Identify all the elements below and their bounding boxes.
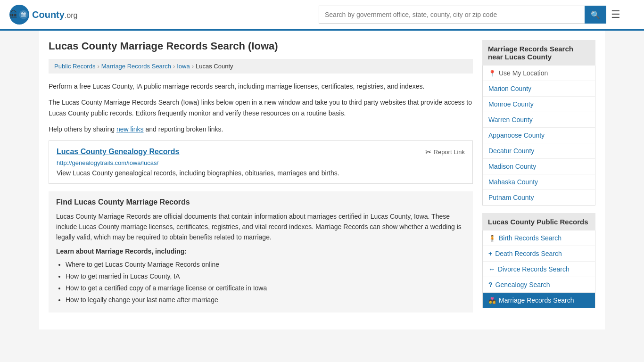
nearby-county-label-0: Marion County — [488, 85, 531, 92]
record-title[interactable]: Lucas County Genealogy Records — [57, 148, 180, 156]
report-link-label: Report Link — [434, 148, 465, 156]
nearby-county-link-6[interactable]: Mahaska County — [488, 178, 589, 186]
pin-icon — [488, 69, 496, 77]
svg-text:🏛: 🏛 — [21, 11, 26, 18]
record-url[interactable]: http://genealogytrails.com/iowa/lucas/ — [57, 159, 465, 166]
breadcrumb-iowa[interactable]: Iowa — [177, 63, 190, 70]
learn-item-4: How to legally change your last name aft… — [66, 294, 465, 306]
breadcrumb: Public Records › Marriage Records Search… — [49, 59, 473, 74]
public-record-3[interactable]: Genealogy Search — [483, 277, 595, 293]
page-title: Lucas County Marriage Records Search (Io… — [49, 40, 473, 52]
nearby-county-label-4: Decatur County — [488, 147, 534, 155]
public-record-link-0[interactable]: Birth Records Search — [488, 234, 589, 242]
divorce-icon — [488, 265, 495, 273]
find-para: Lucas County Marriage Records are offici… — [56, 211, 465, 243]
sidebar: Marriage Records Search near Lucas Count… — [482, 40, 595, 320]
new-links-link[interactable]: new links — [116, 125, 144, 133]
nearby-county-link-1[interactable]: Monroe County — [488, 100, 589, 108]
public-record-4[interactable]: 💑 Marriage Records Search — [483, 293, 595, 308]
learn-heading: Learn about Marriage Records, including: — [56, 247, 465, 255]
public-record-label-0: Birth Records Search — [499, 234, 561, 242]
genealogy-icon — [488, 281, 493, 288]
scissors-icon: ✂ — [425, 148, 431, 156]
nearby-county-3[interactable]: Appanoose County — [483, 128, 595, 143]
use-location-label: Use My Location — [499, 69, 548, 77]
nearby-list: Use My Location Marion County Monroe Cou… — [482, 66, 595, 206]
nearby-county-link-4[interactable]: Decatur County — [488, 147, 589, 155]
search-button[interactable]: 🔍 — [585, 6, 606, 24]
marriage-icon: 💑 — [488, 297, 496, 304]
nearby-section: Marriage Records Search near Lucas Count… — [482, 40, 595, 206]
content-wrapper: Lucas County Marriage Records Search (Io… — [39, 31, 605, 329]
breadcrumb-sep-2: › — [173, 63, 175, 70]
find-section: Find Lucas County Marriage Records Lucas… — [49, 191, 473, 313]
record-card-header: Lucas County Genealogy Records ✂ Report … — [57, 148, 465, 156]
breadcrumb-lucas-county: Lucas County — [196, 63, 233, 70]
learn-item-1: Where to get Lucas County Marriage Recor… — [66, 259, 465, 271]
logo-text: County.org — [32, 9, 77, 20]
public-record-label-3: Genealogy Search — [495, 281, 550, 288]
public-record-0[interactable]: Birth Records Search — [483, 230, 595, 246]
use-location-item[interactable]: Use My Location — [483, 66, 595, 81]
public-record-link-3[interactable]: Genealogy Search — [488, 281, 589, 288]
nearby-county-6[interactable]: Mahaska County — [483, 174, 595, 190]
logo-icon: 🏛 — [9, 5, 29, 25]
public-record-label-1: Death Records Search — [495, 250, 562, 257]
nearby-county-label-6: Mahaska County — [488, 178, 538, 186]
learn-item-3: How to get a certified copy of a marriag… — [66, 282, 465, 294]
nearby-county-label-3: Appanoose County — [488, 132, 545, 139]
breadcrumb-sep-3: › — [192, 63, 194, 70]
description-3: Help others by sharing new links and rep… — [49, 124, 473, 134]
use-location-link[interactable]: Use My Location — [488, 69, 589, 77]
public-record-1[interactable]: Death Records Search — [483, 246, 595, 262]
record-card: Lucas County Genealogy Records ✂ Report … — [49, 140, 473, 184]
public-record-2[interactable]: Divorce Records Search — [483, 262, 595, 277]
main-content: Lucas County Marriage Records Search (Io… — [49, 40, 473, 320]
nearby-county-link-7[interactable]: Putnam County — [488, 194, 589, 201]
nearby-county-link-3[interactable]: Appanoose County — [488, 132, 589, 139]
nearby-county-label-2: Warren County — [488, 116, 533, 123]
nearby-county-2[interactable]: Warren County — [483, 112, 595, 128]
find-heading: Find Lucas County Marriage Records — [56, 198, 465, 206]
learn-item-2: How to get married in Lucas County, IA — [66, 271, 465, 282]
description-2: The Lucas County Marriage Records Search… — [49, 97, 473, 118]
public-record-label-4: Marriage Records Search — [499, 296, 574, 304]
search-area: 🔍 ☰ — [319, 6, 620, 24]
breadcrumb-sep-1: › — [97, 63, 99, 70]
nearby-county-label-5: Madison County — [488, 163, 536, 170]
birth-icon — [488, 234, 496, 242]
menu-button[interactable]: ☰ — [611, 8, 620, 21]
nearby-county-link-5[interactable]: Madison County — [488, 163, 589, 170]
nearby-county-1[interactable]: Monroe County — [483, 97, 595, 112]
nearby-county-0[interactable]: Marion County — [483, 81, 595, 97]
nearby-heading: Marriage Records Search near Lucas Count… — [482, 40, 595, 66]
desc3-before: Help others by sharing — [49, 125, 116, 133]
death-icon — [488, 250, 492, 257]
breadcrumb-marriage-records[interactable]: Marriage Records Search — [101, 63, 171, 70]
breadcrumb-public-records[interactable]: Public Records — [54, 63, 95, 70]
public-record-link-4[interactable]: 💑 Marriage Records Search — [488, 296, 589, 304]
public-records-section: Lucas County Public Records Birth Record… — [482, 213, 595, 308]
nearby-county-5[interactable]: Madison County — [483, 159, 595, 174]
report-link-button[interactable]: ✂ Report Link — [425, 148, 465, 156]
nearby-county-label-7: Putnam County — [488, 194, 534, 201]
public-records-list: Birth Records Search Death Records Searc… — [482, 230, 595, 308]
search-input[interactable] — [319, 6, 585, 24]
public-record-label-2: Divorce Records Search — [498, 265, 570, 273]
public-record-link-1[interactable]: Death Records Search — [488, 250, 589, 257]
nearby-county-link-2[interactable]: Warren County — [488, 116, 589, 123]
public-records-heading: Lucas County Public Records — [482, 213, 595, 230]
description-1: Perform a free Lucas County, IA public m… — [49, 81, 473, 91]
record-desc: View Lucas County genealogical records, … — [57, 169, 465, 177]
nearby-county-link-0[interactable]: Marion County — [488, 85, 589, 92]
nearby-county-7[interactable]: Putnam County — [483, 190, 595, 205]
public-record-link-2[interactable]: Divorce Records Search — [488, 265, 589, 273]
nearby-county-label-1: Monroe County — [488, 100, 534, 108]
logo-area[interactable]: 🏛 County.org — [9, 5, 77, 25]
header: 🏛 County.org 🔍 ☰ — [0, 0, 644, 31]
desc3-after: and reporting broken links. — [144, 125, 223, 133]
learn-list: Where to get Lucas County Marriage Recor… — [66, 259, 465, 306]
nearby-county-4[interactable]: Decatur County — [483, 143, 595, 159]
